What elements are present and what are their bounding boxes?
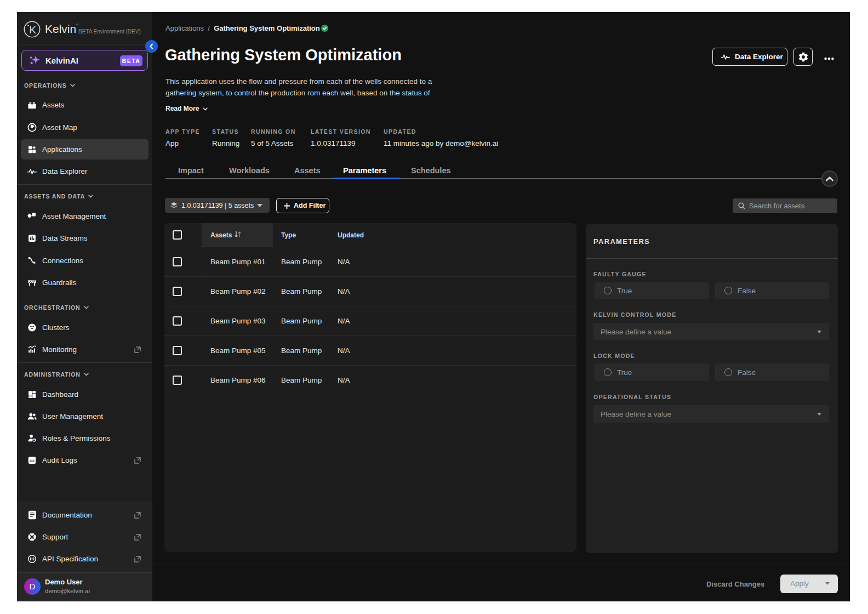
svg-text:<>: <> — [30, 458, 35, 463]
svg-text:K: K — [29, 24, 36, 36]
